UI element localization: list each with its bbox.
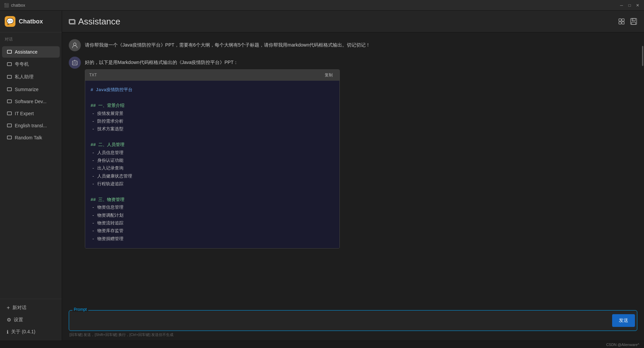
code-line-li-6: - 出入记录查询 xyxy=(91,164,334,172)
svg-rect-14 xyxy=(632,18,635,21)
code-line-h2-1: ## 一、背景介绍 xyxy=(91,102,334,110)
settings-label: 设置 xyxy=(14,317,23,323)
sidebar-item-softwaredev[interactable]: Software Dev... xyxy=(2,96,60,107)
input-hints: [回车键] 发送，[Shift+回车键] 换行，[Ctrl+回车键] 发送但不生… xyxy=(69,331,637,338)
code-line-h2-2: ## 二、人员管理 xyxy=(91,141,334,149)
sidebar-item-assistance[interactable]: Assistance xyxy=(2,46,60,58)
sidebar-item-label: Assistance xyxy=(15,49,38,55)
logo-emoji: 💬 xyxy=(6,18,14,25)
main-header: Assistance xyxy=(62,11,644,32)
titlebar: ⬛ chatbox ─ □ ✕ xyxy=(0,0,644,11)
message-row-ai: 好的，以下是用Markdown代码框格式输出的《Java疫情防控平台》PPT： … xyxy=(69,57,635,249)
status-bar: CSDN @Alienware^ xyxy=(0,341,644,348)
header-title: Assistance xyxy=(78,16,120,27)
code-line-blank-1 xyxy=(91,94,334,102)
ai-avatar xyxy=(69,57,81,69)
chat-icon-3 xyxy=(7,74,12,80)
svg-rect-1 xyxy=(7,63,12,66)
code-line-li-5: - 身份认证功能 xyxy=(91,157,334,164)
sidebar-item-itexpert[interactable]: IT Expert xyxy=(2,108,60,119)
code-line-li-4: - 人员信息管理 xyxy=(91,149,334,157)
sidebar-item-kuakuaji[interactable]: 夸夸机 xyxy=(2,58,60,70)
chat-icon-7 xyxy=(7,123,12,128)
new-conversation-label: 新对话 xyxy=(12,305,26,311)
code-line-li-11: - 物资流转追踪 xyxy=(91,219,334,227)
send-button[interactable]: 发送 xyxy=(612,314,635,327)
prompt-label: Prompt xyxy=(72,307,88,312)
sidebar-item-randomtalk[interactable]: Random Talk xyxy=(2,132,60,143)
code-line-li-12: - 物资库存监管 xyxy=(91,227,334,235)
code-line-blank-2 xyxy=(91,133,334,141)
code-line-h2-3: ## 三、物资管理 xyxy=(91,196,334,204)
svg-rect-10 xyxy=(622,19,624,21)
app-body: 💬 Chatbox 对话 Assistance 夸夸机 xyxy=(0,11,644,341)
sidebar-logo: 💬 Chatbox xyxy=(0,11,62,32)
chat-icon-2 xyxy=(7,62,12,67)
svg-rect-18 xyxy=(72,61,77,65)
svg-point-19 xyxy=(73,63,74,64)
svg-rect-4 xyxy=(7,100,12,103)
copy-button[interactable]: 复制 xyxy=(322,72,335,79)
code-line-li-2: - 防控需求分析 xyxy=(91,118,334,125)
sidebar-item-label-7: English transl... xyxy=(15,123,47,128)
header-chat-icon xyxy=(69,19,75,24)
chat-icon-4 xyxy=(7,87,12,92)
code-block-body: # Java疫情防控平台 ## 一、背景介绍 - 疫情发展背景 - 防控需求分析… xyxy=(85,81,339,248)
code-block: TXT 复制 # Java疫情防控平台 ## 一、背景介绍 - 疫情发展背景 -… xyxy=(85,69,340,249)
ai-intro-text: 好的，以下是用Markdown代码框格式输出的《Java疫情防控平台》PPT： xyxy=(85,60,238,65)
svg-point-17 xyxy=(73,43,76,46)
settings-button[interactable]: ⚙ 设置 xyxy=(2,314,60,326)
svg-rect-3 xyxy=(7,88,12,91)
header-actions xyxy=(618,18,637,25)
sidebar-item-siriren[interactable]: 私人助理 xyxy=(2,71,60,83)
code-line-li-7: - 人员健康状态管理 xyxy=(91,172,334,180)
sidebar-item-summarize[interactable]: Summarize xyxy=(2,84,60,95)
svg-rect-8 xyxy=(70,20,75,24)
svg-rect-11 xyxy=(619,22,621,24)
ai-message-content: 好的，以下是用Markdown代码框格式输出的《Java疫情防控平台》PPT： … xyxy=(85,57,635,249)
sidebar-item-englishtransl[interactable]: English transl... xyxy=(2,120,60,131)
save-button[interactable] xyxy=(630,18,637,25)
chat-icon-6 xyxy=(7,111,12,116)
svg-point-22 xyxy=(74,60,75,61)
minimize-button[interactable]: ─ xyxy=(619,3,624,8)
message-row-user: 请你帮我做一个《Java疫情防控平台》PPT，需要有6个大纲，每个大纲有5个子标… xyxy=(69,39,635,51)
status-text: CSDN @Alienware^ xyxy=(606,343,639,347)
code-line-li-10: - 物资调配计划 xyxy=(91,212,334,219)
svg-rect-12 xyxy=(622,22,624,24)
sidebar-item-label-6: IT Expert xyxy=(15,111,34,116)
chat-icon xyxy=(7,49,12,55)
user-avatar xyxy=(69,39,81,51)
user-message-text: 请你帮我做一个《Java疫情防控平台》PPT，需要有6个大纲，每个大纲有5个子标… xyxy=(85,42,370,48)
user-message-content: 请你帮我做一个《Java疫情防控平台》PPT，需要有6个大纲，每个大纲有5个子标… xyxy=(85,39,635,49)
titlebar-controls: ─ □ ✕ xyxy=(619,3,640,8)
input-area: Prompt 发送 [回车键] 发送，[Shift+回车键] 换行，[Ctrl+… xyxy=(62,306,644,341)
logo-icon: 💬 xyxy=(5,16,15,27)
svg-rect-5 xyxy=(7,112,12,115)
chat-icon-8 xyxy=(7,135,12,140)
svg-rect-7 xyxy=(7,136,12,139)
plugin-button[interactable] xyxy=(618,18,625,25)
scrollbar-thumb[interactable] xyxy=(642,46,643,66)
maximize-button[interactable]: □ xyxy=(627,3,632,8)
svg-rect-9 xyxy=(619,19,621,21)
close-button[interactable]: ✕ xyxy=(635,3,640,8)
svg-rect-15 xyxy=(632,22,636,24)
lang-label: TXT xyxy=(89,72,97,78)
sidebar-item-label-8: Random Talk xyxy=(15,135,42,140)
conversations-label: 对话 xyxy=(0,32,62,44)
prompt-input[interactable] xyxy=(69,310,610,331)
app-icon: ⬛ xyxy=(4,3,9,8)
about-label: 关于 (0.4.1) xyxy=(11,329,35,335)
svg-rect-6 xyxy=(7,124,12,127)
titlebar-left: ⬛ chatbox xyxy=(4,3,25,8)
new-conversation-button[interactable]: + 新对话 xyxy=(2,302,60,314)
sidebar-item-label-5: Software Dev... xyxy=(15,99,47,104)
sidebar: 💬 Chatbox 对话 Assistance 夸夸机 xyxy=(0,11,62,341)
svg-point-20 xyxy=(75,63,76,64)
scrollbar-track[interactable] xyxy=(641,32,644,306)
about-button[interactable]: ℹ 关于 (0.4.1) xyxy=(2,326,60,338)
code-block-header: TXT 复制 xyxy=(85,70,339,81)
gear-icon: ⚙ xyxy=(7,317,11,323)
plus-icon: + xyxy=(7,305,10,311)
